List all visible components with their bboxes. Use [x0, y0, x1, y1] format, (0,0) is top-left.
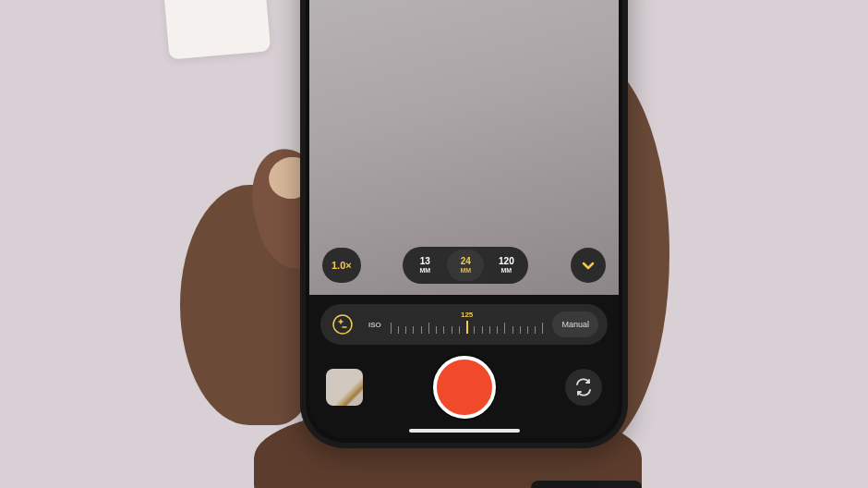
ruler-ticks	[391, 321, 544, 334]
home-indicator[interactable]	[409, 429, 520, 433]
plus-minus-icon	[332, 314, 353, 335]
phone-device: 1.0× 13 MM 24 MM 120 MM	[300, 0, 628, 448]
shutter-button[interactable]	[433, 356, 496, 419]
svg-point-0	[333, 315, 352, 334]
ruler-indicator	[466, 321, 468, 334]
lens-option-120mm[interactable]: 120 MM	[488, 250, 524, 281]
iso-toggle-button[interactable]	[326, 308, 359, 341]
lens-focal-label: 13	[420, 257, 430, 266]
chevron-down-icon	[581, 258, 596, 273]
lens-focal-label: 120	[499, 257, 514, 266]
background-object	[163, 0, 271, 60]
camera-app-screen: 1.0× 13 MM 24 MM 120 MM	[309, 0, 619, 439]
camera-viewfinder[interactable]: 1.0× 13 MM 24 MM 120 MM	[309, 0, 619, 295]
lens-unit-label: MM	[461, 267, 472, 274]
lens-option-24mm[interactable]: 24 MM	[447, 250, 484, 281]
iso-value: 125	[461, 311, 473, 319]
lens-focal-label: 24	[461, 257, 471, 266]
lens-option-13mm[interactable]: 13 MM	[406, 250, 443, 281]
gallery-thumbnail[interactable]	[326, 369, 363, 406]
switch-camera-button[interactable]	[565, 369, 602, 406]
lens-unit-label: MM	[420, 267, 431, 274]
zoom-button[interactable]: 1.0×	[322, 248, 361, 283]
iso-slider[interactable]: 125	[391, 311, 544, 338]
shutter-row	[320, 356, 608, 419]
switch-camera-icon	[573, 377, 594, 397]
watch	[531, 481, 642, 488]
viewfinder-controls: 1.0× 13 MM 24 MM 120 MM	[309, 238, 619, 295]
iso-label: ISO	[368, 321, 381, 329]
lens-selector: 13 MM 24 MM 120 MM	[403, 247, 528, 284]
manual-mode-button[interactable]: Manual	[552, 311, 598, 337]
lens-unit-label: MM	[501, 267, 512, 274]
collapse-button[interactable]	[571, 248, 606, 283]
zoom-label: 1.0×	[332, 260, 352, 271]
iso-control-bar: ISO 125 Manual	[320, 304, 608, 345]
manual-label: Manual	[561, 320, 589, 329]
bottom-controls: ISO 125 Manual	[309, 295, 619, 439]
